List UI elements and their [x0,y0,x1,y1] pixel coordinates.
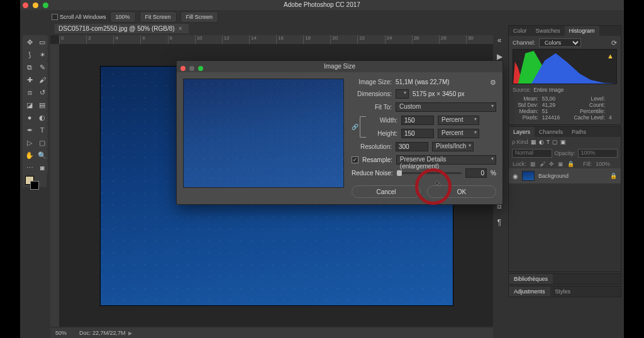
paragraph-icon[interactable]: ¶ [494,217,504,227]
pen-tool-icon[interactable]: ✒ [24,124,35,136]
options-bar: Scroll All Windows 100% Fit Screen Fill … [52,11,218,23]
heal-tool-icon[interactable]: ✚ [24,74,35,85]
doc-info: Doc: 22,7M/22,7M [79,330,126,336]
close-tab-icon[interactable]: × [179,25,182,32]
fit-screen-button[interactable]: Fit Screen [140,11,177,23]
filter-adj-icon[interactable]: ◐ [539,139,544,145]
tab-paths[interactable]: Paths [567,127,591,137]
gear-icon[interactable]: ⚙ [490,79,496,87]
maximize-icon[interactable] [43,3,48,8]
dimensions-unit-select[interactable] [396,89,409,99]
layers-panel: Layers Channels Paths ρ Kind ▦ ◐ T ▢ ▣ N… [508,126,621,272]
minimize-icon[interactable] [33,3,38,8]
dialog-titlebar[interactable]: Image Size [177,61,502,72]
zoom-100-button[interactable]: 100% [110,11,136,23]
reduce-noise-slider[interactable] [397,172,462,174]
zoom-level[interactable]: 50% [55,330,67,336]
lasso-tool-icon[interactable]: ⟆ [24,49,35,60]
edit-toolbar-icon[interactable]: ⋯ [24,162,35,173]
lock-icon: 🔒 [610,173,617,179]
wand-tool-icon[interactable]: ✶ [36,49,48,60]
lock-position-icon[interactable]: ✥ [549,161,554,167]
lock-artboard-icon[interactable]: ▣ [558,161,564,167]
dialog-close-icon[interactable] [180,66,186,71]
tab-styles[interactable]: Styles [550,286,576,297]
lock-image-icon[interactable]: 🖌 [540,161,545,167]
dodge-tool-icon[interactable]: ◐ [36,112,48,123]
image-size-dialog: Image Size ⚙ Image Size: 51,1M (was 22,7… [176,60,503,205]
tab-bibliotheques[interactable]: Bibliothèques [509,274,553,284]
marquee-tool-icon[interactable]: ▭ [36,36,48,48]
refresh-icon[interactable]: ⟳ [611,39,617,47]
fill-input[interactable]: 100% [596,161,617,167]
dialog-maximize-icon[interactable] [198,66,203,71]
biblio-panel: Bibliothèques [508,273,621,285]
lock-all-icon[interactable]: 🔒 [567,161,574,167]
collapse-icon[interactable]: « [494,35,504,45]
eyedropper-tool-icon[interactable]: ✎ [36,62,48,73]
crop-tool-icon[interactable]: ⧉ [24,62,35,73]
eraser-tool-icon[interactable]: ◪ [24,99,35,111]
brush-tool-icon[interactable]: 🖌 [36,74,48,85]
color-swatch[interactable] [24,175,48,191]
app-titlebar: Adobe Photoshop CC 2017 [20,0,624,10]
status-bar: 50% Doc: 22,7M/22,7M▶ [50,328,493,338]
chevron-right-icon[interactable]: ▶ [128,330,132,336]
type-tool-icon[interactable]: T [36,124,48,136]
tools-panel: ✥ ▭ ⟆ ✶ ⧉ ✎ ✚ 🖌 ⧈ ↺ ◪ ▤ ● ◐ ✒ T ▷ ▢ ✋ 🔍 … [23,35,47,187]
lock-transparent-icon[interactable]: ▦ [530,161,536,167]
background-color-icon[interactable] [30,181,39,190]
channel-select[interactable]: Colors [539,38,581,47]
width-input[interactable] [401,116,434,125]
quickmask-icon[interactable]: ◙ [36,162,48,173]
opacity-input[interactable]: 100% [578,149,618,158]
tab-color[interactable]: Color [509,26,531,36]
tab-swatches[interactable]: Swatches [531,26,565,36]
height-input[interactable] [401,129,434,138]
blend-mode-select[interactable]: Normal [512,149,552,158]
histogram-panel: Color Swatches Histogram Channel: Colors… [508,25,621,125]
visibility-icon[interactable]: ◉ [513,173,518,180]
filter-pixel-icon[interactable]: ▦ [531,139,536,145]
tab-adjustments[interactable]: Adjustments [509,286,550,297]
tab-channels[interactable]: Channels [535,127,567,137]
tab-histogram[interactable]: Histogram [565,26,599,36]
filter-smart-icon[interactable]: ▣ [560,139,566,145]
fill-screen-button[interactable]: Fill Screen [180,11,219,23]
history-brush-icon[interactable]: ↺ [36,87,48,98]
move-tool-icon[interactable]: ✥ [24,36,35,48]
layer-name: Background [538,173,569,179]
height-unit-select[interactable]: Percent [438,129,479,138]
window-controls [23,3,51,9]
resample-checkbox[interactable]: ✓ [352,156,358,163]
panel-stack: Color Swatches Histogram Channel: Colors… [508,25,621,298]
filter-shape-icon[interactable]: ▢ [552,139,558,145]
stamp-tool-icon[interactable]: ⧈ [24,87,35,98]
gradient-tool-icon[interactable]: ▤ [36,99,48,111]
checkbox-icon [52,14,58,20]
shape-tool-icon[interactable]: ▢ [36,137,48,148]
resolution-input[interactable] [396,142,428,151]
close-icon[interactable] [23,3,28,8]
dialog-title: Image Size [324,63,355,70]
dialog-minimize-icon [189,66,194,71]
blur-tool-icon[interactable]: ● [24,112,35,123]
hand-tool-icon[interactable]: ✋ [24,150,35,161]
width-unit-select[interactable]: Percent [438,116,479,125]
resample-select[interactable]: Preserve Details (enlargement) [396,155,496,165]
resolution-unit-select[interactable]: Pixels/Inch [432,142,474,151]
tab-layers[interactable]: Layers [509,127,535,137]
zoom-tool-icon[interactable]: 🔍 [36,150,48,161]
cancel-button[interactable]: Cancel [352,185,421,198]
slider-thumb-icon[interactable] [397,170,402,176]
app-window: Adobe Photoshop CC 2017 Scroll All Windo… [20,0,624,338]
scroll-all-checkbox[interactable]: Scroll All Windows [52,11,106,23]
ruler-vertical [50,44,59,327]
reduce-noise-input[interactable] [465,168,487,178]
path-tool-icon[interactable]: ▷ [24,137,35,148]
link-icon[interactable]: 🔗 [352,124,358,130]
document-tab[interactable]: DSC05718-com2550.jpg @ 50% (RGB/8)× [55,24,189,33]
filter-type-icon[interactable]: T [547,139,550,145]
layer-row[interactable]: ◉ Background 🔒 [509,168,621,183]
fit-to-select[interactable]: Custom [396,102,496,112]
